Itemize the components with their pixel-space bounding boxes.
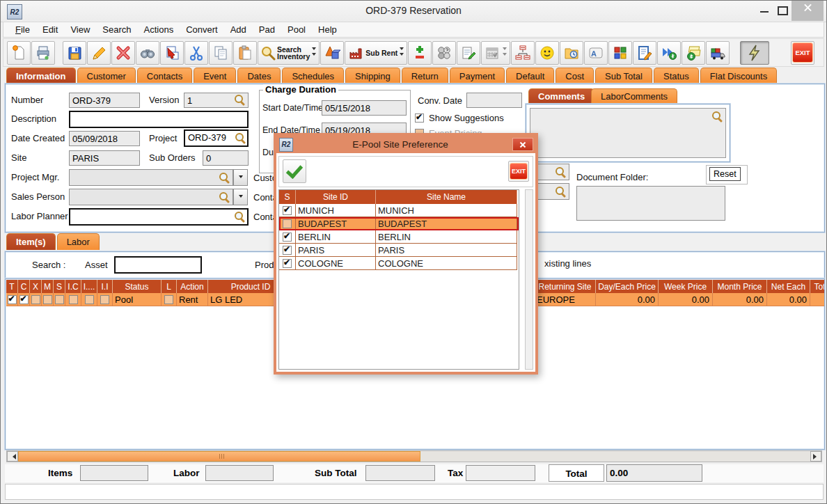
tab-payment[interactable]: Payment — [450, 68, 505, 84]
menu-actions[interactable]: Actions — [138, 23, 180, 36]
row-check-i[interactable] — [85, 295, 94, 304]
site-check-budapest[interactable] — [283, 219, 292, 228]
org-chart-button[interactable] — [511, 41, 535, 65]
row-check-l[interactable] — [164, 295, 173, 304]
col-l[interactable]: L — [162, 280, 177, 293]
menu-convert[interactable]: Convert — [180, 23, 224, 36]
dialog-col-s[interactable]: S — [279, 190, 296, 204]
col-c[interactable]: C — [18, 280, 30, 293]
col-total[interactable]: Tot — [810, 280, 825, 293]
col-action[interactable]: Action — [177, 280, 208, 293]
add-remove-line-button[interactable] — [408, 41, 432, 65]
keyboard-key-button[interactable] — [584, 41, 608, 65]
tab-customer[interactable]: Customer — [77, 68, 136, 84]
scrollbar-thumb[interactable] — [18, 451, 420, 462]
col-week-price[interactable]: Week Price — [659, 280, 713, 293]
horizontal-scrollbar[interactable] — [6, 450, 822, 462]
close-icon[interactable] — [791, 1, 824, 21]
asset-search-input[interactable] — [114, 256, 202, 274]
search-inventory-dropdown-icon[interactable] — [311, 47, 317, 58]
delete-button[interactable] — [111, 41, 135, 65]
sales-person-dropdown-button[interactable] — [233, 189, 248, 205]
sub-rent-button[interactable]: Sub Rent — [345, 41, 407, 65]
col-day-each-price[interactable]: Day/Each Price — [596, 280, 659, 293]
tab-schedules[interactable]: Schedules — [282, 68, 344, 84]
shapes-button[interactable] — [320, 41, 344, 65]
tab-event[interactable]: Event — [194, 68, 236, 84]
col-ii[interactable]: I.I — [97, 280, 113, 293]
tab-shipping[interactable]: Shipping — [345, 68, 400, 84]
menu-pad[interactable]: Pad — [253, 23, 281, 36]
col-returning-site[interactable]: Returning Site — [535, 280, 596, 293]
site-row-berlin[interactable]: BERLIN BERLIN — [279, 230, 519, 244]
minimize-icon[interactable] — [760, 11, 769, 13]
dialog-accept-button[interactable] — [283, 159, 306, 183]
group-query-button[interactable] — [432, 41, 456, 65]
smiley-button[interactable] — [535, 41, 559, 65]
tab-labor[interactable]: Labor — [57, 233, 100, 250]
project-mgr-dropdown-button[interactable] — [233, 169, 248, 186]
menu-help[interactable]: Help — [312, 23, 343, 36]
comments-lookup-icon[interactable] — [711, 111, 723, 122]
project-mgr-lookup-icon[interactable] — [219, 172, 230, 183]
row-check-ic[interactable] — [69, 295, 78, 304]
scroll-left-icon[interactable] — [7, 451, 18, 462]
pool-cubes-button[interactable] — [608, 41, 632, 65]
col-ic[interactable]: I.C — [65, 280, 81, 293]
tab-status[interactable]: Status — [654, 68, 699, 84]
col-t[interactable]: T — [6, 280, 18, 293]
menu-view[interactable]: View — [64, 23, 96, 36]
comments-textarea[interactable] — [530, 108, 726, 158]
site-check-munich[interactable] — [283, 206, 292, 215]
tab-comments[interactable]: Comments — [528, 88, 594, 104]
project-lookup-icon[interactable] — [235, 132, 246, 143]
dialog-col-site-name[interactable]: Site Name — [376, 190, 517, 204]
save-button[interactable] — [63, 41, 86, 65]
site-row-paris[interactable]: PARIS PARIS — [279, 244, 519, 257]
col-s[interactable]: S — [54, 280, 65, 293]
tab-contacts[interactable]: Contacts — [137, 68, 192, 84]
paste-button[interactable] — [233, 41, 257, 65]
money-notes-button[interactable] — [682, 41, 705, 65]
menu-pool[interactable]: Pool — [281, 23, 312, 36]
description-input[interactable] — [69, 111, 249, 128]
menu-add[interactable]: Add — [224, 23, 253, 36]
cut-button[interactable] — [184, 41, 208, 65]
site-row-munich[interactable]: MUNICH MUNICH — [279, 204, 519, 217]
row-check-s[interactable] — [55, 295, 64, 304]
calendar-button[interactable] — [481, 41, 510, 65]
menu-search[interactable]: Search — [96, 23, 137, 36]
site-check-cologne[interactable] — [283, 259, 292, 268]
quick-action-button[interactable] — [740, 41, 769, 65]
tab-items[interactable]: Item(s) — [6, 233, 56, 250]
col-month-price[interactable]: Month Price — [713, 280, 767, 293]
scroll-right-icon[interactable] — [810, 451, 821, 462]
sub-rent-dropdown-icon[interactable] — [399, 47, 404, 58]
site-check-berlin[interactable] — [283, 233, 292, 242]
col-i-trunc[interactable]: I.... — [81, 280, 97, 293]
reset-button[interactable]: Reset — [709, 167, 741, 181]
menu-edit[interactable]: Edit — [36, 23, 64, 36]
tab-labor-comments[interactable]: LaborComments — [591, 88, 677, 104]
row-check-m[interactable] — [43, 295, 52, 304]
labor-planner-lookup-icon[interactable] — [234, 211, 245, 222]
dialog-col-site-id[interactable]: Site ID — [296, 190, 376, 204]
exit-button[interactable]: EXIT — [791, 41, 814, 65]
row-check-t[interactable] — [8, 295, 17, 304]
tab-cost[interactable]: Cost — [556, 68, 594, 84]
sales-person-combo[interactable] — [69, 189, 233, 205]
send-invoice-button[interactable] — [657, 41, 681, 65]
sales-person-lookup-icon[interactable] — [219, 191, 230, 203]
version-lookup-icon[interactable] — [234, 94, 245, 105]
site-check-paris[interactable] — [283, 246, 292, 255]
show-suggestions-checkbox[interactable] — [415, 113, 424, 123]
site-row-budapest[interactable]: BUDAPEST BUDAPEST — [279, 217, 519, 230]
row-check-c[interactable] — [19, 295, 29, 304]
start-datetime-field[interactable]: 05/15/2018 — [322, 100, 407, 116]
paste-special-button[interactable] — [160, 41, 184, 65]
col-status[interactable]: Status — [113, 280, 162, 293]
col-x[interactable]: X — [30, 280, 42, 293]
tab-flat-discounts[interactable]: Flat Discounts — [700, 68, 777, 84]
print-button[interactable] — [31, 41, 55, 65]
tab-sub-total[interactable]: Sub Total — [595, 68, 652, 84]
